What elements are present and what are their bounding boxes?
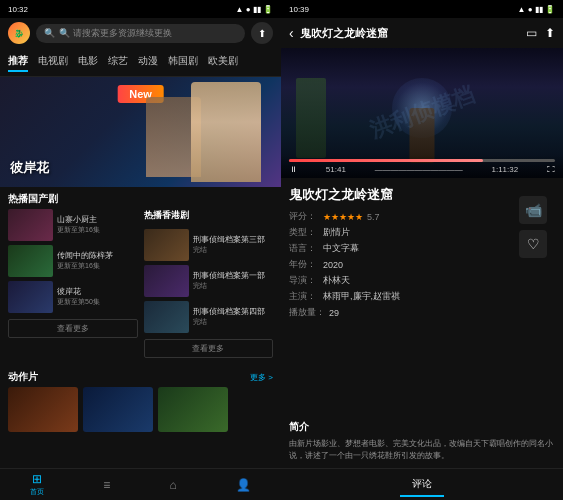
- video-player[interactable]: 洪利侦模档 ⏸ 51:41 ——————————— 1:11:32 ⛶: [281, 48, 563, 178]
- total-time: 1:11:32: [491, 165, 518, 174]
- tab-korean[interactable]: 韩国剧: [168, 52, 198, 72]
- drama-info-6: 刑事侦缉档案第四部 完结: [193, 307, 274, 327]
- home-icon: ⊞: [32, 472, 42, 486]
- list-item[interactable]: 山寨小厨主 更新至第16集: [8, 209, 138, 241]
- right-header: ‹ 鬼吹灯之龙岭迷窟 ▭ ⬆: [281, 18, 563, 48]
- nav-profile[interactable]: 👤: [236, 478, 251, 492]
- drama-update-5: 完结: [193, 281, 274, 291]
- drama-update-6: 完结: [193, 317, 274, 327]
- director-value: 朴林天: [323, 274, 350, 287]
- drama-info-1: 山寨小厨主 更新至第16集: [57, 215, 138, 235]
- drama-name-5: 刑事侦缉档案第一部: [193, 271, 274, 281]
- right-header-title: 鬼吹灯之龙岭迷窟: [300, 26, 520, 41]
- action-icons-row: 📹 ♡: [519, 196, 547, 258]
- list-item[interactable]: 刑事侦缉档案第四部 完结: [144, 301, 274, 333]
- rating-stars: ★★★★★: [323, 212, 363, 222]
- tab-recommend[interactable]: 推荐: [8, 52, 28, 72]
- drama-thumb-1: [8, 209, 53, 241]
- favorite-button[interactable]: ♡: [519, 230, 547, 258]
- fullscreen-icon[interactable]: ⛶: [547, 165, 555, 174]
- cast-icon[interactable]: ▭: [526, 26, 537, 40]
- video-icon-button[interactable]: 📹: [519, 196, 547, 224]
- progress-bar[interactable]: [289, 159, 555, 162]
- nav-menu[interactable]: ≡: [103, 478, 110, 492]
- drama-info-3: 彼岸花 更新至第50集: [57, 287, 138, 307]
- hk-see-more[interactable]: 查看更多: [144, 339, 274, 358]
- tab-variety[interactable]: 综艺: [108, 52, 128, 72]
- video-tree: [296, 78, 326, 158]
- rating-row: 评分： ★★★★★ 5.7: [289, 210, 555, 223]
- tab-tv[interactable]: 电视剧: [38, 52, 68, 72]
- drama-thumb-4: [144, 229, 189, 261]
- cast-value: 林雨甲,廉宇,赵雷祺: [323, 290, 400, 303]
- search-bar[interactable]: 🔍 🔍 请搜索更多资源继续更换: [36, 24, 245, 43]
- action-more[interactable]: 更多 >: [250, 372, 273, 383]
- nav-tabs: 推荐 电视剧 电影 综艺 动漫 韩国剧 欧美剧: [0, 48, 281, 77]
- hk-drama-title: 热播香港剧: [144, 209, 274, 222]
- right-status-icons: ▲ ● ▮▮ 🔋: [518, 5, 555, 14]
- list-item[interactable]: 彼岸花 更新至第50集: [8, 281, 138, 313]
- share-icon[interactable]: ⬆: [545, 26, 555, 40]
- language-row: 语言： 中文字幕: [289, 242, 555, 255]
- year-row: 年份： 2020: [289, 258, 555, 271]
- drama-thumb-2: [8, 245, 53, 277]
- drama-name-6: 刑事侦缉档案第四部: [193, 307, 274, 317]
- profile-icon: 👤: [236, 478, 251, 492]
- play-pause-button[interactable]: ⏸: [289, 165, 297, 174]
- bottom-tab-right: 评论: [281, 468, 563, 500]
- nav-house[interactable]: ⌂: [170, 478, 177, 492]
- drama-info-4: 刑事侦缉档案第三部 完结: [193, 235, 274, 255]
- action-thumb-2[interactable]: [83, 387, 153, 432]
- drama-grid: 山寨小厨主 更新至第16集 传闻中的陈梓茅 更新至第16集 彼岸花 更新至第: [0, 209, 281, 365]
- left-time: 10:32: [8, 5, 28, 14]
- hk-col: 热播香港剧 刑事侦缉档案第三部 完结 刑事侦缉档案第一部 完结: [144, 209, 274, 360]
- list-item[interactable]: 刑事侦缉档案第一部 完结: [144, 265, 274, 297]
- hero-banner[interactable]: New 彼岸花: [0, 77, 281, 187]
- right-time: 10:39: [289, 5, 309, 14]
- language-label: 语言：: [289, 242, 319, 255]
- comment-tab[interactable]: 评论: [400, 473, 444, 497]
- current-time: 51:41: [326, 165, 346, 174]
- director-row: 导演： 朴林天: [289, 274, 555, 287]
- sections-area: 热播国产剧 山寨小厨主 更新至第16集 传闻中的陈梓茅 更新至第16集: [0, 187, 281, 468]
- domestic-drama-title: 热播国产剧: [8, 192, 58, 206]
- domestic-drama-header: 热播国产剧: [0, 187, 281, 209]
- tab-western[interactable]: 欧美剧: [208, 52, 238, 72]
- left-panel: 10:32 ▲ ● ▮▮ 🔋 🐉 🔍 🔍 请搜索更多资源继续更换 ⬆ 推荐 电视…: [0, 0, 281, 500]
- share-button[interactable]: ⬆: [251, 22, 273, 44]
- drama-thumb-3: [8, 281, 53, 313]
- action-thumb-3[interactable]: [158, 387, 228, 432]
- menu-icon: ≡: [103, 478, 110, 492]
- domestic-see-more[interactable]: 查看更多: [8, 319, 138, 338]
- search-placeholder: 🔍 请搜索更多资源继续更换: [59, 27, 172, 40]
- director-label: 导演：: [289, 274, 319, 287]
- movie-info-section: 鬼吹灯之龙岭迷窟 📹 ♡ 评分： ★★★★★ 5.7 类型： 剧情片 语言： 中…: [289, 186, 555, 319]
- avatar[interactable]: 🐉: [8, 22, 30, 44]
- hero-bg: New 彼岸花: [0, 77, 281, 187]
- domestic-col: 山寨小厨主 更新至第16集 传闻中的陈梓茅 更新至第16集 彼岸花 更新至第: [8, 209, 138, 360]
- drama-info-5: 刑事侦缉档案第一部 完结: [193, 271, 274, 291]
- action-row: [0, 387, 281, 437]
- hero-figure-main: [191, 82, 261, 182]
- time-separator: ———————————: [375, 165, 463, 174]
- tab-movie[interactable]: 电影: [78, 52, 98, 72]
- list-item[interactable]: 传闻中的陈梓茅 更新至第16集: [8, 245, 138, 277]
- header-icons: ▭ ⬆: [526, 26, 555, 40]
- drama-name-2: 传闻中的陈梓茅: [57, 251, 138, 261]
- drama-update-3: 更新至第50集: [57, 297, 138, 307]
- list-item[interactable]: 刑事侦缉档案第三部 完结: [144, 229, 274, 261]
- drama-name-4: 刑事侦缉档案第三部: [193, 235, 274, 245]
- drama-info-2: 传闻中的陈梓茅 更新至第16集: [57, 251, 138, 271]
- playcount-label: 播放量：: [289, 306, 325, 319]
- action-title: 动作片: [8, 370, 38, 384]
- movie-info: 鬼吹灯之龙岭迷窟 📹 ♡ 评分： ★★★★★ 5.7 类型： 剧情片 语言： 中…: [281, 178, 563, 414]
- cast-label: 主演：: [289, 290, 319, 303]
- drama-thumb-5: [144, 265, 189, 297]
- back-button[interactable]: ‹: [289, 25, 294, 41]
- action-thumb-1[interactable]: [8, 387, 78, 432]
- genre-label: 类型：: [289, 226, 319, 239]
- progress-fill: [289, 159, 483, 162]
- tab-anime[interactable]: 动漫: [138, 52, 158, 72]
- genre-value: 剧情片: [323, 226, 350, 239]
- nav-home[interactable]: ⊞ 首页: [30, 472, 44, 497]
